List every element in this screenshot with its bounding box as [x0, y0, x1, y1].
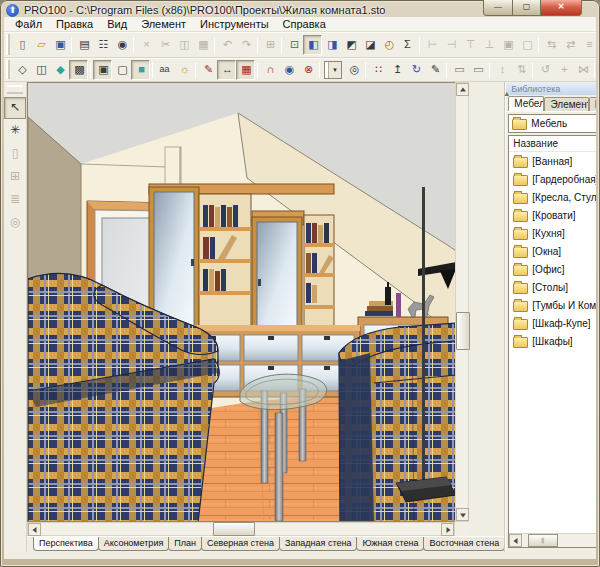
- align-left-button[interactable]: ⊢: [422, 35, 441, 55]
- light-button[interactable]: ☼: [174, 60, 193, 80]
- vertical-scroll-thumb[interactable]: [456, 312, 470, 350]
- zoom-magnifier-button[interactable]: ◎: [344, 60, 363, 80]
- menu-edit[interactable]: Правка: [49, 18, 100, 30]
- scroll-left-button[interactable]: [509, 534, 522, 547]
- view-tab-east-wall[interactable]: Восточная стена: [423, 537, 505, 551]
- open-button[interactable]: ▱: [31, 35, 50, 55]
- edges-outline-button[interactable]: ▢: [112, 60, 131, 80]
- list-item[interactable]: [Кресла, Стулья, Диваны]: [509, 188, 596, 206]
- view-tab-west-wall[interactable]: Западная стена: [279, 537, 357, 551]
- zoom-tool-button[interactable]: ◎: [4, 212, 26, 234]
- structure-button[interactable]: ⊡: [284, 35, 303, 55]
- minimize-button[interactable]: —: [483, 0, 513, 16]
- view-tab-plan[interactable]: План: [168, 537, 202, 551]
- scroll-up-button[interactable]: [456, 83, 469, 96]
- list-item[interactable]: [Кровати]: [509, 206, 596, 224]
- select-frame-button[interactable]: ▭: [449, 60, 468, 80]
- view-tab-south-wall[interactable]: Южная стена: [356, 537, 424, 551]
- canvas-horizontal-scrollbar[interactable]: ⫴: [27, 522, 455, 536]
- menu-view[interactable]: Вид: [100, 18, 134, 30]
- painter-button[interactable]: ✎: [198, 60, 217, 80]
- list-item[interactable]: [Ванная]: [509, 152, 596, 170]
- rotate-90-button[interactable]: ↺: [535, 60, 554, 80]
- 3d-viewport[interactable]: [27, 82, 455, 522]
- save-button[interactable]: ▣: [50, 35, 69, 55]
- move-apart-button[interactable]: ⇄: [560, 35, 579, 55]
- select-tool-button[interactable]: ↖: [4, 97, 26, 119]
- print-button[interactable]: ☷: [93, 35, 112, 55]
- list-column-header[interactable]: Название: [509, 136, 596, 152]
- edit-shape-button[interactable]: ✎: [425, 60, 444, 80]
- edges-all-button[interactable]: ▣: [93, 60, 112, 80]
- show-preview-button[interactable]: ◨: [322, 35, 341, 55]
- report-sum-button[interactable]: Σ: [398, 35, 417, 55]
- chevron-down-icon[interactable]: ▾: [328, 62, 341, 78]
- mirror-button[interactable]: ⋈: [573, 60, 592, 80]
- show-library-button[interactable]: ◧: [303, 35, 322, 55]
- page-setup-button[interactable]: ▤: [74, 35, 93, 55]
- dimensions-button[interactable]: ↔: [217, 60, 236, 80]
- library-path-dropdown[interactable]: Мебель ▾: [508, 114, 596, 133]
- move-together-button[interactable]: ⇆: [541, 35, 560, 55]
- library-horizontal-scrollbar[interactable]: ⫴: [509, 533, 596, 547]
- scroll-right-button[interactable]: [441, 523, 454, 536]
- list-item[interactable]: [Офис]: [509, 260, 596, 278]
- tab-materials[interactable]: М: [589, 97, 596, 111]
- redo-button[interactable]: ↷: [236, 35, 255, 55]
- distribute-h-button[interactable]: ≡: [579, 35, 596, 55]
- copy-button[interactable]: ▯▯: [174, 35, 193, 55]
- view-sketch-button[interactable]: ◫: [31, 60, 50, 80]
- view-tab-north-wall[interactable]: Северная стена: [201, 537, 280, 551]
- view-wireframe-button[interactable]: ◇: [12, 60, 31, 80]
- delete-button[interactable]: ×: [136, 35, 155, 55]
- structure-tool-button[interactable]: ≣: [4, 189, 26, 211]
- list-item[interactable]: [Кухня]: [509, 224, 596, 242]
- print-preview-button[interactable]: ◉: [112, 35, 131, 55]
- close-button[interactable]: ✕: [540, 0, 582, 16]
- grid-button[interactable]: ▦: [236, 60, 255, 80]
- list-item[interactable]: [Столы]: [509, 278, 596, 296]
- paste-button[interactable]: ▦: [193, 35, 212, 55]
- list-item[interactable]: [Тумбы И Комоды]: [509, 296, 596, 314]
- horizontal-scroll-thumb[interactable]: ⫴: [213, 522, 255, 536]
- show-names-button[interactable]: aa: [155, 60, 174, 80]
- show-prices-button[interactable]: ◴: [379, 35, 398, 55]
- shading-button[interactable]: ◉: [279, 60, 298, 80]
- magnet-button[interactable]: ∩: [260, 60, 279, 80]
- maximize-button[interactable]: ▢: [513, 0, 540, 16]
- view-tab-axonometry[interactable]: Аксонометрия: [98, 537, 170, 551]
- menu-file[interactable]: Файл: [8, 18, 49, 30]
- tab-furniture[interactable]: Мебель: [508, 96, 544, 111]
- group-button[interactable]: ▣: [498, 35, 517, 55]
- pixel-grid-button[interactable]: ∷: [368, 60, 387, 80]
- toolbar-gripper[interactable]: [6, 60, 10, 79]
- properties-button[interactable]: ⊞: [260, 35, 279, 55]
- zoom-combobox[interactable]: ▾: [324, 61, 342, 79]
- view-solid-button[interactable]: ■: [131, 60, 150, 80]
- library-panel-header[interactable]: Библиотека ✕: [506, 82, 596, 95]
- ungroup-button[interactable]: ▢: [517, 35, 536, 55]
- canvas-vertical-scrollbar[interactable]: [455, 82, 469, 522]
- edit-size-tool-button[interactable]: ⊞: [4, 166, 26, 188]
- undo-button[interactable]: ↶: [217, 35, 236, 55]
- align-bottom-button[interactable]: ⊥: [479, 35, 498, 55]
- resize-v-button[interactable]: ↕: [492, 60, 511, 80]
- scroll-left-button[interactable]: [28, 523, 41, 536]
- list-item[interactable]: [Шкафы]: [509, 332, 596, 350]
- align-top-button[interactable]: ⊤: [460, 35, 479, 55]
- toolbar-gripper[interactable]: [7, 85, 23, 94]
- panel-splitter[interactable]: ▲: [504, 82, 505, 552]
- list-item[interactable]: [Окна]: [509, 242, 596, 260]
- list-item[interactable]: [Шкаф-Купе]: [509, 314, 596, 332]
- menu-element[interactable]: Элемент: [134, 18, 193, 30]
- new-element-tool-button[interactable]: ▯: [4, 143, 26, 165]
- cut-button[interactable]: ✂: [155, 35, 174, 55]
- orbit-tool-button[interactable]: ✳: [4, 120, 26, 142]
- select-inside-button[interactable]: ▭: [468, 60, 487, 80]
- menu-tools[interactable]: Инструменты: [193, 18, 276, 30]
- list-item[interactable]: [Гардеробная]: [509, 170, 596, 188]
- view-color-button[interactable]: ◆: [50, 60, 69, 80]
- put-upright-button[interactable]: ↥: [387, 60, 406, 80]
- move-xyz-button[interactable]: +: [554, 60, 573, 80]
- show-properties-button[interactable]: ◩: [341, 35, 360, 55]
